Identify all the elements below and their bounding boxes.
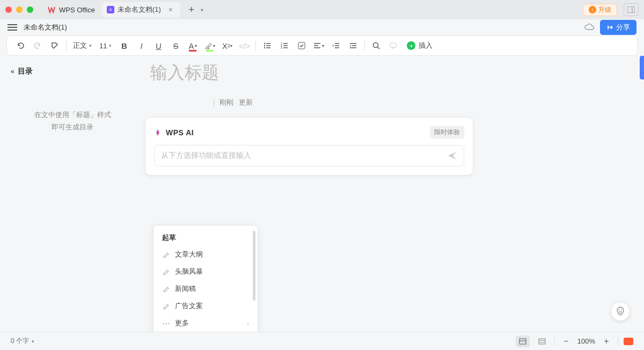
code-button[interactable]: </>	[236, 38, 252, 54]
document-name[interactable]: 未命名文档(1)	[24, 23, 67, 32]
paragraph-style-select[interactable]: 正文▾	[70, 41, 95, 50]
indent-button[interactable]	[345, 38, 361, 54]
traffic-lights	[5, 6, 33, 13]
main-area: « 目录 在文中使用「标题」样式 即可生成目录 输入标题 刚刚 更新 WPS A…	[0, 58, 644, 337]
font-size-select[interactable]: 11▾	[96, 42, 115, 50]
outdent-button[interactable]	[328, 38, 344, 54]
ai-item-brainstorm[interactable]: 头脑风暴	[153, 263, 258, 280]
underline-button[interactable]: U	[150, 38, 166, 54]
svg-point-32	[619, 309, 620, 310]
ai-item-ad-copy[interactable]: 广告文案	[153, 297, 258, 315]
cloud-sync-icon[interactable]	[584, 23, 595, 32]
svg-point-4	[264, 45, 265, 46]
upgrade-button[interactable]: ↑ 升级	[583, 4, 617, 16]
undo-button[interactable]	[12, 38, 28, 54]
wps-ai-logo-icon	[154, 129, 162, 136]
assistant-icon	[614, 305, 626, 317]
document-page[interactable]: 输入标题 刚刚 更新 WPS AI 限时体验 从下方选择功能或直接输入 起草	[145, 58, 644, 337]
strikethrough-button[interactable]: S	[167, 38, 184, 54]
record-indicator-icon[interactable]	[624, 338, 633, 345]
bold-button[interactable]: B	[116, 38, 132, 54]
svg-rect-34	[519, 339, 526, 344]
redo-button[interactable]	[30, 38, 46, 54]
ai-title: WPS AI	[166, 128, 194, 137]
search-button[interactable]	[368, 38, 384, 54]
formatting-toolbar: 正文▾ 11▾ B I U S A▾ ▾ X2▾ </> 123 ▾ + 插入	[6, 35, 638, 56]
superscript-button[interactable]: X2▾	[219, 38, 235, 54]
comment-button[interactable]	[385, 38, 401, 54]
svg-rect-36	[539, 339, 545, 344]
upgrade-arrow-icon: ↑	[589, 6, 596, 13]
close-tab-icon[interactable]: ×	[166, 5, 175, 14]
svg-line-25	[378, 47, 379, 49]
italic-button[interactable]: I	[133, 38, 149, 54]
pen-icon	[162, 268, 170, 275]
new-tab-button[interactable]: +	[185, 3, 199, 17]
zoom-value[interactable]: 100%	[577, 337, 595, 345]
scrollbar-thumb[interactable]	[253, 231, 255, 301]
collapse-icon: «	[11, 68, 14, 75]
floating-assistant-button[interactable]	[611, 302, 630, 321]
app-home-tab[interactable]: WPS Office	[41, 2, 101, 17]
align-button[interactable]: ▾	[311, 38, 327, 54]
menu-button[interactable]	[8, 24, 17, 31]
insert-label: 插入	[419, 41, 433, 50]
svg-text:3: 3	[281, 46, 282, 49]
share-icon	[606, 24, 614, 31]
svg-point-33	[621, 309, 623, 310]
document-header: 未命名文档(1) 分享	[0, 19, 644, 35]
meta-update: 更新	[239, 98, 253, 107]
statusbar: 0 个字 ▾ − 100% +	[0, 332, 644, 350]
title-placeholder[interactable]: 输入标题	[150, 61, 628, 85]
chevron-down-icon: ▾	[32, 339, 34, 344]
document-tab[interactable]: ≡ 未命名文档(1) ×	[101, 2, 180, 17]
svg-point-31	[617, 307, 624, 313]
share-button[interactable]: 分享	[600, 20, 636, 35]
app-name-label: WPS Office	[59, 6, 95, 14]
pen-icon	[162, 251, 170, 258]
numbered-list-button[interactable]: 123	[276, 38, 292, 54]
side-panel-button[interactable]	[624, 3, 639, 16]
minimize-window-icon[interactable]	[16, 6, 23, 13]
pen-icon	[162, 302, 170, 310]
format-painter-button[interactable]	[47, 38, 63, 54]
highlight-button[interactable]: ▾	[202, 38, 218, 54]
meta-time: 刚刚	[219, 98, 233, 107]
ai-panel: WPS AI 限时体验 从下方选择功能或直接输入 起草 文章大纲	[145, 117, 473, 176]
send-icon[interactable]	[448, 151, 457, 160]
chevron-down-icon: ▾	[109, 43, 112, 48]
close-window-icon[interactable]	[5, 6, 12, 13]
word-count[interactable]: 0 个字 ▾	[11, 337, 34, 346]
tab-dropdown-icon[interactable]: ▾	[201, 7, 203, 13]
bullet-list-button[interactable]	[259, 38, 275, 54]
zoom-in-button[interactable]: +	[601, 336, 612, 347]
view-mode-1[interactable]	[516, 336, 530, 347]
svg-rect-0	[627, 6, 635, 13]
document-meta: 刚刚 更新	[214, 98, 628, 107]
more-icon: ⋯	[162, 319, 170, 327]
pen-icon	[162, 285, 170, 293]
ai-badge: 限时体验	[430, 126, 464, 138]
ai-input[interactable]: 从下方选择功能或直接输入	[154, 145, 464, 166]
ai-section-draft: 起草	[153, 230, 258, 246]
svg-rect-26	[390, 43, 397, 47]
document-tab-label: 未命名文档(1)	[118, 5, 161, 14]
ai-item-news[interactable]: 新闻稿	[153, 280, 258, 297]
upgrade-label: 升级	[598, 5, 611, 14]
ai-item-more[interactable]: ⋯ 更多 ›	[153, 315, 258, 332]
view-mode-2[interactable]	[535, 336, 549, 347]
ai-input-placeholder: 从下方选择功能或直接输入	[161, 151, 448, 161]
maximize-window-icon[interactable]	[27, 6, 33, 13]
insert-button[interactable]: + 插入	[402, 41, 437, 50]
ai-item-outline[interactable]: 文章大纲	[153, 246, 258, 263]
chevron-down-icon: ▾	[89, 43, 92, 48]
plus-icon: +	[407, 41, 415, 50]
toc-title: 目录	[18, 67, 33, 76]
checklist-button[interactable]	[294, 38, 310, 54]
font-color-button[interactable]: A▾	[185, 38, 201, 54]
toc-header[interactable]: « 目录	[11, 67, 134, 76]
zoom-out-button[interactable]: −	[560, 336, 572, 347]
chevron-right-icon: ›	[247, 320, 249, 326]
titlebar: WPS Office ≡ 未命名文档(1) × + ▾ ↑ 升级	[0, 0, 644, 19]
document-icon: ≡	[107, 6, 114, 13]
